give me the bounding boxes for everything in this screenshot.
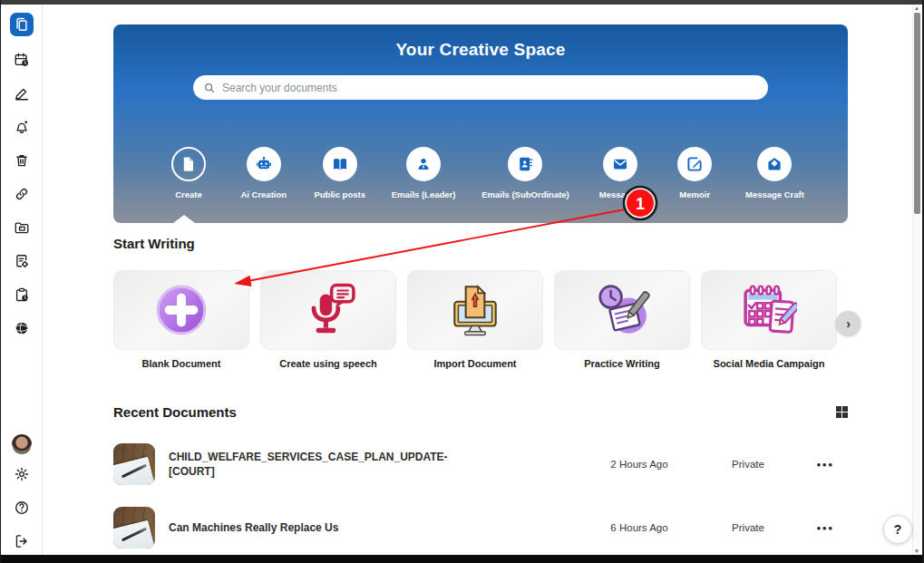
- document-privacy: Private: [694, 522, 802, 533]
- window-top-bar: [1, 0, 922, 5]
- recent-documents-heading: Recent Documents: [113, 404, 237, 420]
- grid-view-icon[interactable]: [836, 406, 848, 418]
- chevron-right-icon: ›: [846, 316, 851, 331]
- sidebar-item-logout[interactable]: [8, 528, 35, 555]
- sidebar-item-notifications[interactable]: [8, 113, 35, 141]
- monitor-upload-icon: [447, 282, 503, 338]
- tab-message-craft[interactable]: Message Craft: [745, 147, 804, 199]
- sidebar-item-media-folder[interactable]: [8, 214, 35, 241]
- open-book-icon: [331, 155, 349, 173]
- hero-tabs: Create Ai Creation: [113, 147, 848, 199]
- main-content: Your Creative Space Create: [44, 5, 913, 555]
- tab-emails-subordinate[interactable]: Emails (SubOrdinate): [481, 147, 569, 199]
- sidebar-item-clipboard-history[interactable]: [8, 281, 35, 308]
- logout-icon: [14, 533, 30, 549]
- sidebar-item-trash[interactable]: [8, 147, 35, 174]
- help-circle-icon: [14, 500, 30, 516]
- clipboard-clock-icon: [14, 286, 30, 303]
- edit-square-icon: [686, 155, 704, 173]
- search-input[interactable]: [222, 82, 757, 94]
- card-create-using-speech[interactable]: Create using speech: [260, 270, 396, 369]
- search-bar[interactable]: [193, 75, 768, 100]
- tab-ai-creation[interactable]: Ai Creation: [239, 147, 288, 199]
- sidebar-item-links[interactable]: [8, 180, 35, 208]
- link-icon: [14, 186, 30, 202]
- note-gear-icon: [14, 253, 30, 269]
- sidebar: [1, 5, 43, 555]
- profile-avatar[interactable]: [8, 427, 35, 454]
- card-import-document[interactable]: Import Document: [407, 270, 543, 369]
- question-mark-icon: ?: [894, 522, 902, 537]
- sidebar-item-settings[interactable]: [8, 461, 35, 488]
- document-thumbnail: [113, 507, 155, 548]
- gear-icon: [14, 466, 30, 482]
- open-envelope-icon: [765, 155, 783, 173]
- person-tie-icon: [414, 155, 433, 173]
- bell-icon: [14, 119, 30, 135]
- calendar-notepad-icon: [741, 282, 797, 338]
- sidebar-item-public[interactable]: [8, 315, 35, 342]
- card-blank-document[interactable]: Blank Document: [113, 270, 249, 369]
- sidebar-item-notes-settings[interactable]: [8, 248, 35, 275]
- avatar: [12, 434, 32, 454]
- creative-space-hero: Your Creative Space Create: [113, 24, 848, 223]
- calendar-clock-icon: [14, 52, 30, 68]
- help-button[interactable]: ?: [883, 515, 912, 544]
- contact-book-icon: [516, 155, 534, 173]
- plus-circle-icon: [153, 282, 209, 338]
- pencil-icon: [14, 85, 30, 102]
- tab-create[interactable]: Create: [164, 147, 213, 199]
- document-icon: [180, 155, 198, 173]
- document-title: CHILD_WELFARE_SERVICES_CASE_PLAN_UPDATE-…: [169, 450, 450, 479]
- mic-speech-icon: [300, 282, 356, 338]
- document-row[interactable]: CHILD_WELFARE_SERVICES_CASE_PLAN_UPDATE-…: [113, 432, 848, 496]
- clock-notepad-icon: [594, 282, 650, 338]
- scrollbar-thumb[interactable]: [914, 13, 920, 214]
- page-title: Your Creative Space: [113, 24, 848, 60]
- search-icon: [204, 83, 215, 93]
- document-row[interactable]: Can Machines Really Replace Us 6 Hours A…: [113, 496, 848, 559]
- tab-memoir[interactable]: Memoir: [670, 147, 719, 199]
- tab-public-posts[interactable]: Public posts: [314, 147, 365, 199]
- robot-icon: [255, 155, 273, 173]
- copy-documents-icon: [14, 16, 30, 33]
- card-practice-writing[interactable]: Practice Writing: [554, 270, 690, 369]
- start-writing-heading: Start Writing: [113, 236, 848, 251]
- card-social-media-campaign[interactable]: Social Media Campaign: [701, 270, 837, 369]
- scroll-down-arrow[interactable]: ▼: [914, 548, 919, 555]
- envelope-icon: [611, 155, 629, 173]
- trash-icon: [14, 152, 30, 169]
- window-bottom-bar: [1, 555, 922, 563]
- document-thumbnail: [113, 443, 155, 485]
- tab-emails-leader[interactable]: Emails (Leader): [392, 147, 456, 199]
- active-tab-notch: [173, 215, 195, 223]
- sidebar-item-help[interactable]: [8, 494, 35, 521]
- cards-next-button[interactable]: ›: [836, 311, 861, 335]
- folder-image-icon: [14, 219, 30, 236]
- recent-documents-list: CHILD_WELFARE_SERVICES_CASE_PLAN_UPDATE-…: [113, 432, 848, 563]
- document-time: 6 Hours Ago: [585, 522, 694, 533]
- document-privacy: Private: [694, 459, 802, 470]
- scrollbar[interactable]: ▲ ▼: [912, 5, 920, 555]
- sidebar-item-write[interactable]: [8, 80, 35, 107]
- scroll-up-arrow[interactable]: ▲: [914, 5, 919, 12]
- document-menu-button[interactable]: ●●●: [802, 524, 848, 532]
- document-menu-button[interactable]: ●●●: [802, 461, 848, 469]
- sidebar-item-schedule[interactable]: [8, 46, 35, 73]
- document-time: 2 Hours Ago: [585, 459, 694, 470]
- sidebar-item-documents[interactable]: [10, 13, 34, 36]
- document-title: Can Machines Really Replace Us: [169, 520, 338, 535]
- tab-messages[interactable]: Messages: [596, 147, 645, 199]
- globe-icon: [14, 320, 30, 336]
- start-writing-cards: Blank Document Create using speech: [113, 270, 848, 369]
